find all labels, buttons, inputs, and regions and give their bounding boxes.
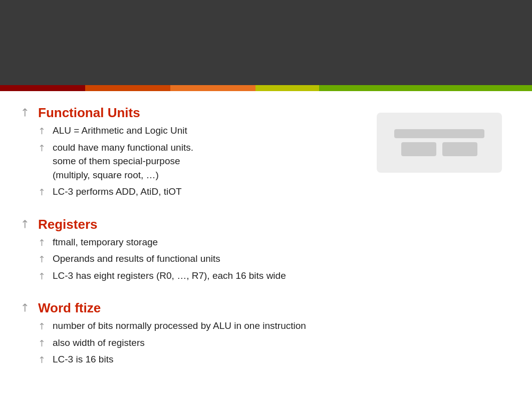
bullet-arrow-icon: ↗	[35, 185, 48, 198]
list-item-text: LC-3 is 16 bits	[53, 352, 113, 366]
section-inner-word-size: Word ftize↗number of bits normally proce…	[38, 300, 306, 369]
color-bar	[0, 85, 532, 91]
section-registers: ↗Registers↗ftmall, temporary storage↗Ope…	[20, 217, 502, 286]
bullet-arrow-icon: ↗	[35, 124, 48, 137]
list-item-text: ftmall, temporary storage	[53, 235, 158, 249]
list-item: ↗LC-3 has eight registers (R0, …, R7), e…	[38, 269, 286, 283]
list-item-text: ALU = Arithmetic and Logic Unit	[53, 124, 187, 138]
bullet-arrow-icon: ↗	[35, 353, 48, 366]
section-arrow-registers: ↗	[17, 216, 32, 232]
list-item-text: number of bits normally processed by ALU…	[53, 319, 306, 333]
list-item: ↗could have many functional units.some o…	[38, 141, 193, 182]
bullet-arrow-icon: ↗	[35, 141, 48, 154]
bullet-arrow-icon: ↗	[35, 252, 48, 265]
list-item-text: LC-3 has eight registers (R0, …, R7), ea…	[53, 269, 286, 283]
color-seg-1	[0, 85, 85, 91]
list-item-text: Operands and results of functional units	[53, 252, 220, 266]
img-block-1	[401, 142, 436, 156]
section-word-size: ↗Word ftize↗number of bits normally proc…	[20, 300, 502, 369]
bullet-arrow-icon: ↗	[35, 269, 48, 282]
list-item: ↗also width of registers	[38, 336, 306, 350]
color-seg-5	[319, 85, 532, 91]
slide: ↗Functional Units↗ALU = Arithmetic and L…	[0, 0, 532, 399]
list-item-text: LC-3 performs ADD, AtiD, tiOT	[53, 185, 182, 199]
list-item: ↗Operands and results of functional unit…	[38, 252, 286, 266]
header	[0, 0, 532, 85]
list-item-text: also width of registers	[53, 336, 145, 350]
bullet-arrow-icon: ↗	[35, 319, 48, 332]
list-item: ↗LC-3 is 16 bits	[38, 352, 306, 366]
list-item-text: could have many functional units.some of…	[53, 141, 193, 182]
color-seg-2	[85, 85, 170, 91]
section-arrow-functional-units: ↗	[17, 105, 32, 120]
img-row	[401, 142, 477, 156]
color-seg-4	[255, 85, 319, 91]
section-title-functional-units: Functional Units	[38, 105, 193, 121]
diagram-image	[377, 113, 502, 173]
img-line-1	[394, 129, 484, 138]
list-item: ↗LC-3 performs ADD, AtiD, tiOT	[38, 185, 193, 199]
bullet-arrow-icon: ↗	[35, 336, 48, 349]
section-inner-registers: Registers↗ftmall, temporary storage↗Oper…	[38, 217, 286, 286]
section-inner-functional-units: Functional Units↗ALU = Arithmetic and Lo…	[38, 105, 193, 202]
list-item: ↗ALU = Arithmetic and Logic Unit	[38, 124, 193, 138]
sub-items-registers: ↗ftmall, temporary storage↗Operands and …	[38, 235, 286, 283]
list-item: ↗number of bits normally processed by AL…	[38, 319, 306, 333]
section-title-registers: Registers	[38, 217, 286, 232]
img-block-2	[442, 142, 477, 156]
list-item: ↗ftmall, temporary storage	[38, 235, 286, 249]
sub-items-word-size: ↗number of bits normally processed by AL…	[38, 319, 306, 366]
section-arrow-word-size: ↗	[17, 300, 32, 316]
section-title-word-size: Word ftize	[38, 300, 306, 316]
bullet-arrow-icon: ↗	[35, 236, 48, 249]
sub-items-functional-units: ↗ALU = Arithmetic and Logic Unit↗could h…	[38, 124, 193, 199]
color-seg-3	[170, 85, 255, 91]
